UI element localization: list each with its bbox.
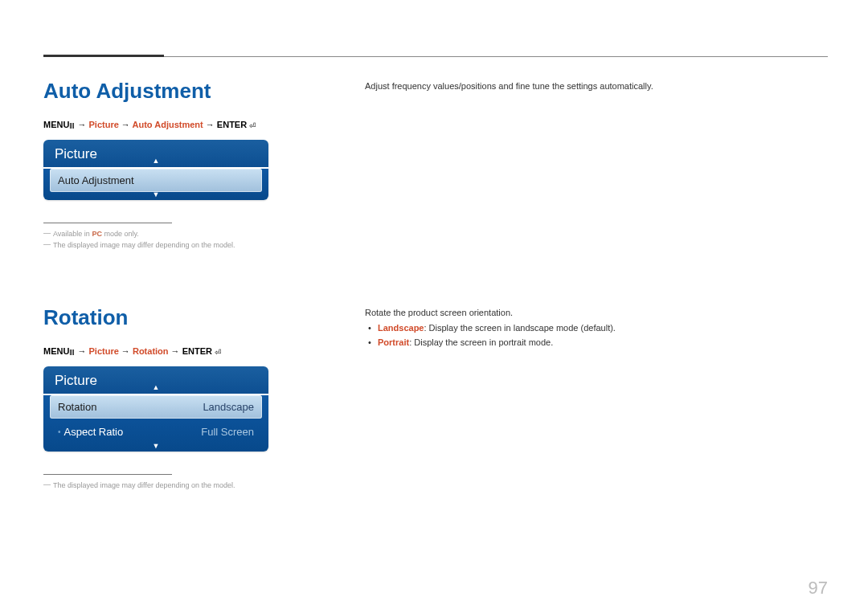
enter-icon: ⏎	[249, 121, 256, 130]
breadcrumb-rotation: MENUⅢ → Picture → Rotation → ENTER ⏎	[43, 346, 365, 357]
osd-row-label: Rotation	[58, 401, 96, 413]
breadcrumb-item: Rotation	[133, 346, 169, 356]
bullet-text: : Display the screen in portrait mode.	[409, 337, 553, 347]
header-rule-thin	[164, 56, 828, 57]
description-auto-adjustment: Adjust frequency values/positions and fi…	[365, 79, 828, 252]
description-intro: Rotate the product screen orientation.	[365, 305, 828, 321]
breadcrumb-picture: Picture	[89, 346, 119, 356]
footnote-pc-mode: Available in PC mode only.	[43, 230, 365, 238]
bullet-label: Landscape	[378, 323, 424, 333]
breadcrumb-arrow: →	[119, 120, 133, 129]
osd-panel-body: Auto Adjustment ▼	[43, 169, 268, 200]
bullet-landscape: Landscape: Display the screen in landsca…	[365, 321, 828, 336]
bullet-icon: •	[58, 427, 61, 436]
bullet-portrait: Portrait: Display the screen in portrait…	[365, 335, 828, 350]
breadcrumb-item: Auto Adjustment	[133, 120, 203, 129]
header-rule-thick	[43, 55, 164, 57]
bullet-label: Portrait	[378, 337, 409, 347]
breadcrumb-menu: MENU	[43, 120, 69, 129]
section-auto-adjustment: Auto Adjustment MENUⅢ → Picture → Auto A…	[43, 56, 828, 252]
breadcrumb-picture: Picture	[89, 120, 119, 129]
breadcrumb-auto-adjustment: MENUⅢ → Picture → Auto Adjustment → ENTE…	[43, 120, 365, 130]
enter-icon: ⏎	[215, 348, 221, 357]
bullet-text: : Display the screen in landscape mode (…	[424, 323, 615, 333]
breadcrumb-menu: MENU	[43, 346, 69, 356]
osd-panel-rotation: Picture ▲ Rotation Landscape •Aspect Rat…	[43, 366, 268, 452]
footnote-pc-label: PC	[92, 230, 102, 238]
breadcrumb-arrow: →	[169, 346, 182, 356]
breadcrumb-arrow: →	[75, 120, 88, 129]
osd-row-aspect-ratio[interactable]: •Aspect Ratio Full Screen	[50, 420, 262, 443]
heading-rotation: Rotation	[43, 305, 365, 330]
osd-panel-header: Picture ▲	[43, 140, 268, 167]
breadcrumb-arrow: →	[119, 346, 133, 356]
breadcrumb-enter: ENTER	[217, 120, 247, 129]
osd-row-label: Auto Adjustment	[58, 174, 134, 186]
footnote-image-differ: The displayed image may differ depending…	[43, 241, 365, 249]
breadcrumb-enter: ENTER	[182, 346, 212, 356]
down-arrow-icon: ▼	[153, 442, 160, 450]
description-text: Adjust frequency values/positions and fi…	[365, 79, 828, 94]
breadcrumb-arrow: →	[203, 120, 217, 129]
page-number: 97	[809, 578, 828, 599]
up-arrow-icon: ▲	[153, 383, 160, 391]
osd-row-auto-adjustment[interactable]: Auto Adjustment	[50, 169, 262, 192]
osd-panel-title: Picture	[55, 146, 97, 161]
footnote-divider	[43, 474, 172, 475]
footnote-image-differ: The displayed image may differ depending…	[43, 481, 365, 489]
osd-row-value: Full Screen	[201, 426, 254, 438]
osd-row-value: Landscape	[203, 401, 254, 413]
osd-panel-auto-adjustment: Picture ▲ Auto Adjustment ▼	[43, 140, 268, 200]
breadcrumb-arrow: →	[75, 346, 88, 356]
heading-auto-adjustment: Auto Adjustment	[43, 79, 365, 104]
down-arrow-icon: ▼	[153, 190, 160, 198]
up-arrow-icon: ▲	[153, 157, 160, 165]
osd-row-rotation[interactable]: Rotation Landscape	[50, 395, 262, 419]
footnote-divider	[43, 223, 172, 223]
section-rotation: Rotation MENUⅢ → Picture → Rotation → EN…	[43, 283, 828, 492]
osd-panel-title: Picture	[55, 373, 97, 388]
osd-row-label: •Aspect Ratio	[58, 426, 123, 438]
osd-panel-header: Picture ▲	[43, 366, 268, 394]
description-rotation: Rotate the product screen orientation. L…	[365, 305, 828, 492]
osd-panel-body: Rotation Landscape •Aspect Ratio Full Sc…	[43, 395, 268, 452]
